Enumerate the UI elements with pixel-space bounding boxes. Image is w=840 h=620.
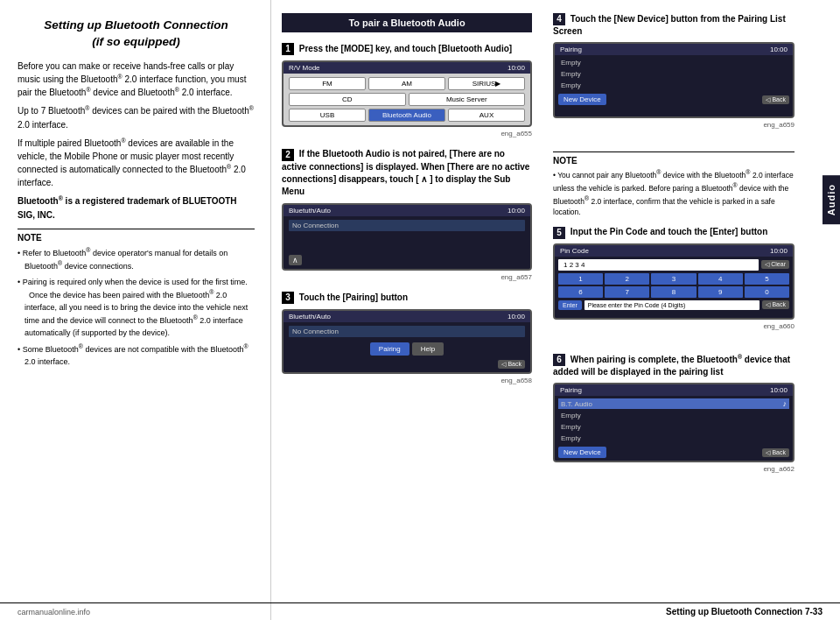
step1-screen-time: 10:00 xyxy=(508,64,525,72)
step4-caption: eng_a659 xyxy=(553,121,794,129)
pli-2: Empty xyxy=(558,69,789,79)
pairing-button[interactable]: Pairing xyxy=(370,342,410,356)
step6-new-device-btn[interactable]: New Device xyxy=(558,447,606,458)
fp-item-2-text: Empty xyxy=(561,412,581,419)
step5-screen-time: 10:00 xyxy=(770,247,788,255)
rv-cd-btn[interactable]: CD xyxy=(289,93,406,106)
pin-bottom-row: Enter Please enter the Pin Code (4 Digit… xyxy=(558,300,789,310)
num-1[interactable]: 1 xyxy=(558,273,603,285)
step2-screen-body: No Connection ∧ xyxy=(284,216,530,269)
note-title: NOTE xyxy=(18,233,255,243)
step3-screen-body: No Connection Pairing Help ◁ Back xyxy=(284,322,530,372)
step4-bottom-row: New Device ◁ Back xyxy=(558,94,789,105)
step3-num: 3 xyxy=(282,292,294,304)
step6-screen-title: Pairing xyxy=(560,386,582,394)
left-column: Setting up Bluetooth Connection (if so e… xyxy=(0,0,271,620)
step1-block: 1 Press the [MODE] key, and touch [Bluet… xyxy=(282,43,532,137)
step3-screen-header: Bluetuth/Auto 10:00 xyxy=(284,311,530,322)
mid-blue-header: To pair a Bluetooth Audio xyxy=(282,13,532,32)
fp-item-3-text: Empty xyxy=(561,423,581,431)
step5-back-btn[interactable]: ◁ Back xyxy=(762,300,789,309)
rv-usb-btn[interactable]: USB xyxy=(289,109,366,122)
step5-screen-header: Pin Code 10:00 xyxy=(555,245,793,257)
step2-screen-title: Bluetuth/Auto xyxy=(289,207,331,215)
pin-field[interactable]: 1 2 3 4 xyxy=(558,259,759,271)
step6-screen-header: Pairing 10:00 xyxy=(555,384,793,396)
step1-screen-header: R/V Mode 10:00 xyxy=(284,62,530,74)
step6-screen: Pairing 10:00 B.T. Audio ♪ Empty Empty xyxy=(553,383,794,462)
pin-hint: Please enter the Pin Code (4 Digits) xyxy=(584,300,760,310)
note-text: • Refer to Bluetooth® device operator's … xyxy=(18,246,255,369)
step6-caption: eng_a662 xyxy=(553,465,794,473)
help-button[interactable]: Help xyxy=(412,342,444,356)
num-3[interactable]: 3 xyxy=(651,273,696,285)
step4-screen: Pairing 10:00 Empty Empty Empty New Devi… xyxy=(553,42,794,118)
step2-up-btn[interactable]: ∧ xyxy=(289,255,302,265)
pli-1-text: Empty xyxy=(561,59,581,67)
step6-block: 6 When pairing is complete, the Bluetoot… xyxy=(553,353,794,477)
num-2[interactable]: 2 xyxy=(605,273,649,285)
step6-back-btn[interactable]: ◁ Back xyxy=(762,448,789,457)
rv-bluetooth-audio-btn[interactable]: Bluetooth Audio xyxy=(368,109,445,122)
step3-back-btn[interactable]: ◁ Back xyxy=(498,360,525,369)
step1-num: 1 xyxy=(282,43,294,55)
step4-title: 4 Touch the [New Device] button from the… xyxy=(553,13,794,38)
step2-caption: eng_a657 xyxy=(282,273,532,281)
step3-block: 3 Touch the [Pairing] button Bluetuth/Au… xyxy=(282,292,532,384)
step5-screen-title: Pin Code xyxy=(560,247,589,255)
num-9[interactable]: 9 xyxy=(698,286,743,298)
step3-title: 3 Touch the [Pairing] button xyxy=(282,292,532,304)
step2-screen-time: 10:00 xyxy=(508,207,525,215)
step2-no-connection: No Connection xyxy=(289,220,525,231)
step5-screen-body: 1 2 3 4 ◁ Clear 1 2 3 4 5 6 7 8 9 0 xyxy=(555,257,793,318)
rv-row3: USB Bluetooth Audio AUX xyxy=(289,109,525,122)
rv-aux-btn[interactable]: AUX xyxy=(448,109,525,122)
fp-item-4-text: Empty xyxy=(561,434,581,442)
step4-screen-body: Empty Empty Empty New Device ◁ Back xyxy=(555,55,793,116)
enter-button[interactable]: Enter xyxy=(558,300,582,310)
step1-caption: eng_a655 xyxy=(282,130,532,137)
step3-back-row: ◁ Back xyxy=(289,360,525,369)
step2-screen-header: Bluetuth/Auto 10:00 xyxy=(284,205,530,216)
rv-sirius-btn[interactable]: SIRIUS▶ xyxy=(448,77,525,90)
step4-screen-time: 10:00 xyxy=(770,46,788,53)
pin-clear-btn[interactable]: ◁ Clear xyxy=(761,260,789,269)
num-7[interactable]: 7 xyxy=(605,286,649,298)
right-note-title: NOTE xyxy=(553,156,794,166)
fp-item-bt-audio: B.T. Audio ♪ xyxy=(558,398,789,409)
step4-back-btn[interactable]: ◁ Back xyxy=(762,95,789,104)
step6-screen-body: B.T. Audio ♪ Empty Empty Empty New Devic… xyxy=(555,396,793,461)
step3-screen-time: 10:00 xyxy=(508,313,525,321)
step2-num: 2 xyxy=(282,149,294,161)
step3-no-connection: No Connection xyxy=(289,326,525,337)
rv-music-server-btn[interactable]: Music Server xyxy=(409,93,526,106)
new-device-button[interactable]: New Device xyxy=(558,94,606,105)
fp-bt-audio-text: B.T. Audio xyxy=(561,400,592,408)
pli-1: Empty xyxy=(558,58,789,67)
step3-btn-row: Pairing Help xyxy=(289,342,525,356)
num-8[interactable]: 8 xyxy=(651,286,696,298)
step1-screen: R/V Mode 10:00 FM AM SIRIUS▶ CD Music Se… xyxy=(282,60,532,127)
rv-fm-btn[interactable]: FM xyxy=(289,77,366,90)
num-5[interactable]: 5 xyxy=(745,273,789,285)
mid-column: To pair a Bluetooth Audio 1 Press the [M… xyxy=(271,0,542,620)
num-0[interactable]: 0 xyxy=(745,286,789,298)
right-note-text: • You cannot pair any Bluetooth® device … xyxy=(553,168,794,217)
num-4[interactable]: 4 xyxy=(698,273,743,285)
bottom-left-text: carmanualonline.info xyxy=(18,608,90,616)
step5-title: 5 Input the Pin Code and touch the [Ente… xyxy=(553,226,794,238)
bottom-right-text: Setting up Bluetooth Connection 7-33 xyxy=(666,607,822,616)
rv-row1: FM AM SIRIUS▶ xyxy=(289,77,525,90)
num-6[interactable]: 6 xyxy=(558,286,603,298)
pli-3-text: Empty xyxy=(561,81,581,89)
page: Setting up Bluetooth Connection (if so e… xyxy=(0,0,840,620)
rv-am-btn[interactable]: AM xyxy=(368,77,445,90)
step4-block: 4 Touch the [New Device] button from the… xyxy=(553,13,794,132)
step1-screen-title: R/V Mode xyxy=(289,64,320,72)
step3-caption: eng_a658 xyxy=(282,377,532,384)
step3-screen-title: Bluetuth/Auto xyxy=(289,313,331,321)
fp-item-3: Empty xyxy=(558,422,789,432)
step6-title: 6 When pairing is complete, the Bluetoot… xyxy=(553,353,794,379)
step5-caption: eng_a660 xyxy=(553,322,794,330)
step5-screen: Pin Code 10:00 1 2 3 4 ◁ Clear 1 2 3 4 5… xyxy=(553,243,794,320)
